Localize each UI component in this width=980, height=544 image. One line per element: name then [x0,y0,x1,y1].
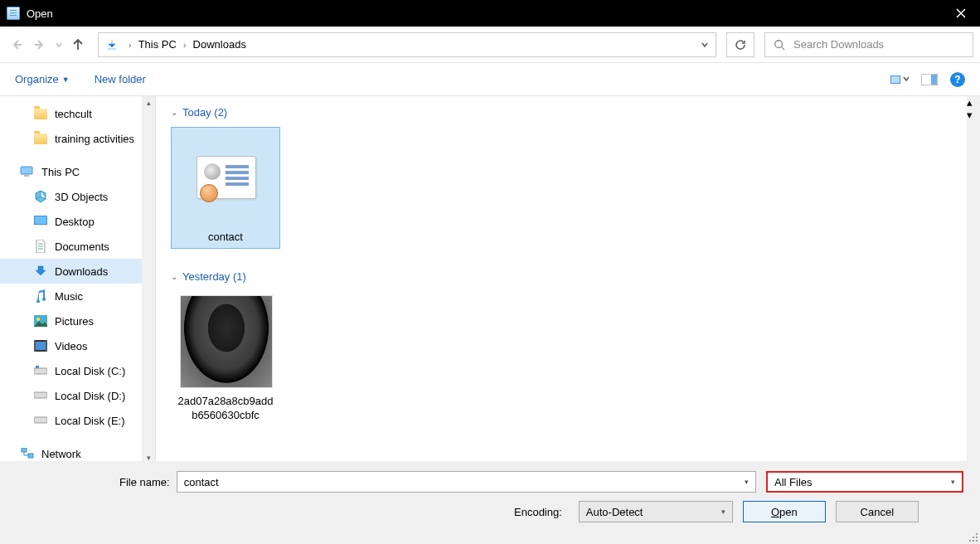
main-area: techcult training activities This PC 3D … [0,96,980,464]
encoding-select[interactable]: Auto-Detect ▾ [579,501,733,522]
up-button[interactable] [68,35,88,55]
svg-rect-15 [34,368,47,374]
address-bar[interactable]: › This PC › Downloads [98,32,716,57]
svg-rect-17 [34,392,47,398]
tree-item-local-disk-e[interactable]: Local Disk (E:) [0,408,142,433]
filename-label: File name: [119,476,170,488]
tree-item-local-disk-d[interactable]: Local Disk (D:) [0,383,142,408]
svg-rect-14 [46,340,47,352]
refresh-button[interactable] [726,32,754,57]
tree-item-training-activities[interactable]: training activities [0,126,142,151]
filename-input[interactable]: contact ▾ [177,471,756,493]
tree-item-this-pc[interactable]: This PC [0,159,142,184]
scroll-down-icon[interactable]: ▾ [967,109,980,121]
chevron-down-icon: ⌄ [171,108,177,117]
music-icon [33,289,48,304]
recent-locations-button[interactable] [53,35,65,55]
command-bar: Organize▼ New folder ? [0,63,980,96]
downloads-icon [33,264,48,279]
chevron-down-icon: ▾ [745,478,749,486]
group-header-yesterday[interactable]: ⌄ Yesterday (1) [171,270,965,283]
chevron-down-icon [55,41,63,49]
window-title: Open [27,7,942,20]
file-list: ⌄ Today (2) contact ⌄ Yesterday (1) 2ad0… [156,96,980,464]
breadcrumb-downloads[interactable]: Downloads [192,38,248,51]
title-bar: Open [0,0,980,27]
forward-button[interactable] [30,35,50,55]
breadcrumb-this-pc[interactable]: This PC [137,38,178,51]
folder-icon [33,131,48,146]
help-button[interactable]: ? [950,72,965,87]
tree-item-music[interactable]: Music [0,284,142,308]
documents-icon [33,239,48,254]
file-type-select[interactable]: All Files ▾ [766,471,963,493]
image-thumbnail [175,295,278,388]
disk-icon [33,388,48,403]
vcard-icon [175,131,278,224]
new-folder-button[interactable]: New folder [95,73,146,85]
file-item-image[interactable]: 2ad07a28a8cb9addb6560630cbfc [171,291,280,427]
svg-rect-5 [21,167,32,174]
cancel-button[interactable]: Cancel [836,501,919,522]
chevron-down-icon[interactable] [701,41,709,49]
search-input[interactable]: Search Downloads [764,32,973,57]
chevron-down-icon: ▾ [951,478,955,486]
scroll-up-icon[interactable]: ▴ [142,96,155,109]
downloads-location-icon [104,36,120,53]
svg-rect-13 [34,340,36,352]
breadcrumb-separator: › [124,40,137,50]
svg-rect-2 [891,76,900,83]
group-header-today[interactable]: ⌄ Today (2) [171,106,965,119]
notepad-icon [7,7,20,20]
tree-item-3d-objects[interactable]: 3D Objects [0,184,142,209]
preview-pane-icon [921,74,938,85]
chevron-down-icon: ▾ [721,508,725,516]
pictures-icon [33,313,48,328]
tree-item-videos[interactable]: Videos [0,333,142,358]
back-button[interactable] [7,35,27,55]
svg-point-10 [36,318,40,321]
encoding-label: Encoding: [514,506,562,518]
tree-item-desktop[interactable]: Desktop [0,209,142,234]
view-icon [890,74,909,85]
organize-menu[interactable]: Organize▼ [15,73,70,85]
open-button[interactable]: Open [743,501,826,522]
breadcrumb-separator: › [178,40,192,50]
svg-rect-18 [34,417,47,423]
this-pc-icon [20,164,35,179]
svg-rect-12 [36,342,46,350]
scroll-up-icon[interactable]: ▴ [967,96,980,109]
navigation-bar: › This PC › Downloads Search Downloads [0,27,980,63]
tree-item-downloads[interactable]: Downloads [0,259,142,284]
folder-icon [33,106,48,121]
network-icon [20,446,35,461]
resize-grip[interactable] [967,531,978,542]
search-icon [774,39,785,51]
arrow-right-icon [33,38,46,51]
content-scrollbar[interactable]: ▴ ▾ [967,96,980,464]
file-item-contact[interactable]: contact [171,127,280,249]
change-view-button[interactable] [890,73,909,86]
svg-rect-20 [28,454,33,458]
preview-pane-button[interactable] [920,73,939,86]
tree-item-techcult[interactable]: techcult [0,101,142,126]
svg-rect-19 [22,448,27,452]
videos-icon [33,338,48,353]
disk-icon [33,363,48,378]
tree-item-documents[interactable]: Documents [0,234,142,259]
close-button[interactable] [942,0,980,27]
svg-rect-8 [35,216,46,224]
desktop-icon [33,214,48,229]
bottom-panel: File name: contact ▾ All Files ▾ Encodin… [0,461,980,544]
3d-objects-icon [33,189,48,204]
close-icon [956,8,966,18]
svg-rect-4 [931,75,937,85]
sidebar-scrollbar[interactable]: ▴ ▾ [142,96,155,464]
refresh-icon [734,38,747,51]
navigation-tree: techcult training activities This PC 3D … [0,96,156,464]
svg-point-0 [775,40,783,47]
tree-item-local-disk-c[interactable]: Local Disk (C:) [0,358,142,383]
search-placeholder: Search Downloads [793,38,884,51]
disk-icon [33,413,48,428]
tree-item-pictures[interactable]: Pictures [0,308,142,333]
